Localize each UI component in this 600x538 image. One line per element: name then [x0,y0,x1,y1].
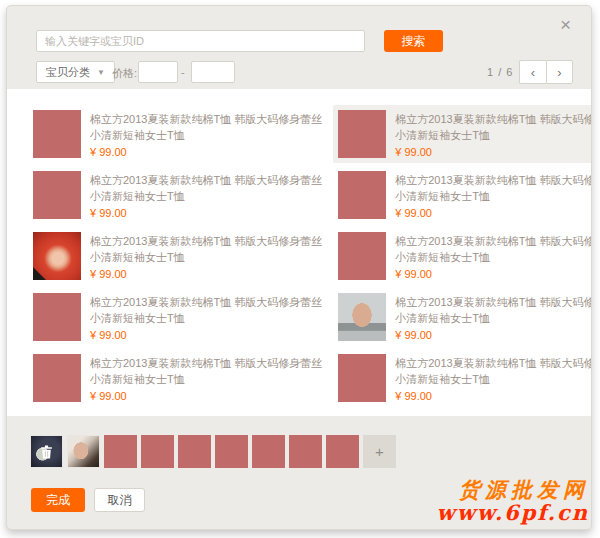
product-title-line2: 小清新短袖女士T恤 [90,127,322,143]
price-range-separator: - [181,66,185,78]
results-panel: 棉立方2013夏装新款纯棉T恤 韩版大码修身蕾丝 小清新短袖女士T恤 ¥ 99.… [7,89,591,416]
product-list-item[interactable]: 棉立方2013夏装新款纯棉T恤 韩版大码修身蕾丝 小清新短袖女士T恤 ¥ 99.… [28,227,327,285]
product-list-item[interactable]: 棉立方2013夏装新款纯棉T恤 韩版大码修身蕾丝 小清新短袖女士T恤 ¥ 99.… [28,349,327,407]
prev-page-button[interactable]: ‹ [519,60,546,84]
selected-thumbnail[interactable] [252,435,285,468]
product-list-item[interactable]: 棉立方2013夏装新款纯棉T恤 韩版大码修身蕾丝 小清新短袖女士T恤 ¥ 99.… [28,288,327,346]
chevron-left-icon: ‹ [531,65,535,80]
product-title-line1: 棉立方2013夏装新款纯棉T恤 韩版大码修身蕾丝 [90,233,322,249]
product-price: ¥ 99.00 [90,266,322,282]
product-title-line2: 小清新短袖女士T恤 [395,249,592,265]
product-title-line1: 棉立方2013夏装新款纯棉T恤 韩版大码修身蕾丝 [395,355,592,371]
add-item-button[interactable]: + [363,435,396,468]
product-price: ¥ 99.00 [90,205,322,221]
product-thumbnail [33,354,81,402]
product-info: 棉立方2013夏装新款纯棉T恤 韩版大码修身蕾丝 小清新短袖女士T恤 ¥ 99.… [395,232,592,280]
price-label: 价格: [112,66,137,81]
product-title-line1: 棉立方2013夏装新款纯棉T恤 韩版大码修身蕾丝 [90,111,322,127]
product-title-line2: 小清新短袖女士T恤 [90,310,322,326]
selected-thumbnail[interactable] [30,435,63,468]
product-info: 棉立方2013夏装新款纯棉T恤 韩版大码修身蕾丝 小清新短袖女士T恤 ¥ 99.… [90,354,322,402]
category-dropdown-label: 宝贝分类 [46,65,90,80]
product-list-item[interactable]: 棉立方2013夏装新款纯棉T恤 韩版大码修身蕾丝 小清新短袖女士T恤 ¥ 99.… [28,105,327,163]
product-title-line2: 小清新短袖女士T恤 [395,371,592,387]
product-price: ¥ 99.00 [395,327,592,343]
product-thumbnail [338,293,386,341]
price-max-input[interactable] [191,61,235,83]
pager: ‹ › [519,60,573,84]
product-list-item[interactable]: 棉立方2013夏装新款纯棉T恤 韩版大码修身蕾丝 小清新短袖女士T恤 ¥ 99.… [333,166,592,224]
selected-items-bar: + [30,435,396,468]
selected-thumbnail[interactable] [215,435,248,468]
watermark-line1: 货源批发网 [437,478,589,502]
product-price: ¥ 99.00 [395,266,592,282]
product-title-line2: 小清新短袖女士T恤 [395,188,592,204]
cancel-button[interactable]: 取消 [94,488,145,512]
product-price: ¥ 99.00 [395,205,592,221]
next-page-button[interactable]: › [546,60,573,84]
product-title-line1: 棉立方2013夏装新款纯棉T恤 韩版大码修身蕾丝 [395,172,592,188]
selected-thumbnail[interactable] [178,435,211,468]
product-title-line1: 棉立方2013夏装新款纯棉T恤 韩版大码修身蕾丝 [90,172,322,188]
product-price: ¥ 99.00 [395,144,592,160]
product-title-line1: 棉立方2013夏装新款纯棉T恤 韩版大码修身蕾丝 [90,294,322,310]
product-title-line1: 棉立方2013夏装新款纯棉T恤 韩版大码修身蕾丝 [395,111,592,127]
product-title-line2: 小清新短袖女士T恤 [395,127,592,143]
product-thumbnail [338,232,386,280]
product-title-line2: 小清新短袖女士T恤 [90,249,322,265]
confirm-button[interactable]: 完成 [31,488,85,512]
product-thumbnail [33,110,81,158]
product-thumbnail [338,171,386,219]
product-picker-dialog: × 搜索 宝贝分类 ▼ 价格: - 1 / 6 ‹ › 棉立方2013夏装新款纯… [6,5,592,530]
product-info: 棉立方2013夏装新款纯棉T恤 韩版大码修身蕾丝 小清新短袖女士T恤 ¥ 99.… [395,293,592,341]
product-price: ¥ 99.00 [90,327,322,343]
product-list-item[interactable]: 棉立方2013夏装新款纯棉T恤 韩版大码修身蕾丝 小清新短袖女士T恤 ¥ 99.… [333,227,592,285]
price-min-input[interactable] [138,61,178,83]
product-price: ¥ 99.00 [395,388,592,404]
product-title-line2: 小清新短袖女士T恤 [90,188,322,204]
selected-thumbnail[interactable] [141,435,174,468]
chevron-right-icon: › [557,65,561,80]
page-indicator: 1 / 6 [487,66,513,78]
product-thumbnail [33,293,81,341]
product-info: 棉立方2013夏装新款纯棉T恤 韩版大码修身蕾丝 小清新短袖女士T恤 ¥ 99.… [395,110,592,158]
product-list-item[interactable]: 棉立方2013夏装新款纯棉T恤 韩版大码修身蕾丝 小清新短袖女士T恤 ¥ 99.… [333,288,592,346]
selected-thumbnail[interactable] [326,435,359,468]
product-list-item[interactable]: 棉立方2013夏装新款纯棉T恤 韩版大码修身蕾丝 小清新短袖女士T恤 ¥ 99.… [333,105,592,163]
product-title-line1: 棉立方2013夏装新款纯棉T恤 韩版大码修身蕾丝 [395,233,592,249]
watermark: 货源批发网 www.6pf.cn [437,478,589,525]
product-list-item[interactable]: 棉立方2013夏装新款纯棉T恤 韩版大码修身蕾丝 小清新短袖女士T恤 ¥ 99.… [333,349,592,407]
product-info: 棉立方2013夏装新款纯棉T恤 韩版大码修身蕾丝 小清新短袖女士T恤 ¥ 99.… [90,171,322,219]
product-thumbnail [33,171,81,219]
selected-thumbnail[interactable] [289,435,322,468]
product-title-line2: 小清新短袖女士T恤 [90,371,322,387]
product-info: 棉立方2013夏装新款纯棉T恤 韩版大码修身蕾丝 小清新短袖女士T恤 ¥ 99.… [395,354,592,402]
selected-thumbnail[interactable] [67,435,100,468]
product-title-line1: 棉立方2013夏装新款纯棉T恤 韩版大码修身蕾丝 [90,355,322,371]
product-price: ¥ 99.00 [90,144,322,160]
selected-thumbnail[interactable] [104,435,137,468]
watermark-line2: www.6pf.cn [437,501,589,525]
delete-icon[interactable] [30,435,63,468]
product-thumbnail [338,110,386,158]
product-title-line2: 小清新短袖女士T恤 [395,310,592,326]
search-button[interactable]: 搜索 [384,30,443,52]
product-info: 棉立方2013夏装新款纯棉T恤 韩版大码修身蕾丝 小清新短袖女士T恤 ¥ 99.… [395,171,592,219]
product-thumbnail [33,232,81,280]
product-list-item[interactable]: 棉立方2013夏装新款纯棉T恤 韩版大码修身蕾丝 小清新短袖女士T恤 ¥ 99.… [28,166,327,224]
product-price: ¥ 99.00 [90,388,322,404]
product-thumbnail [338,354,386,402]
product-title-line1: 棉立方2013夏装新款纯棉T恤 韩版大码修身蕾丝 [395,294,592,310]
product-info: 棉立方2013夏装新款纯棉T恤 韩版大码修身蕾丝 小清新短袖女士T恤 ¥ 99.… [90,110,322,158]
product-info: 棉立方2013夏装新款纯棉T恤 韩版大码修身蕾丝 小清新短袖女士T恤 ¥ 99.… [90,293,322,341]
category-dropdown[interactable]: 宝贝分类 ▼ [36,61,115,83]
product-info: 棉立方2013夏装新款纯棉T恤 韩版大码修身蕾丝 小清新短袖女士T恤 ¥ 99.… [90,232,322,280]
close-icon[interactable]: × [560,15,571,34]
product-grid: 棉立方2013夏装新款纯棉T恤 韩版大码修身蕾丝 小清新短袖女士T恤 ¥ 99.… [28,105,575,407]
search-input[interactable] [36,30,365,52]
chevron-down-icon: ▼ [97,68,105,77]
